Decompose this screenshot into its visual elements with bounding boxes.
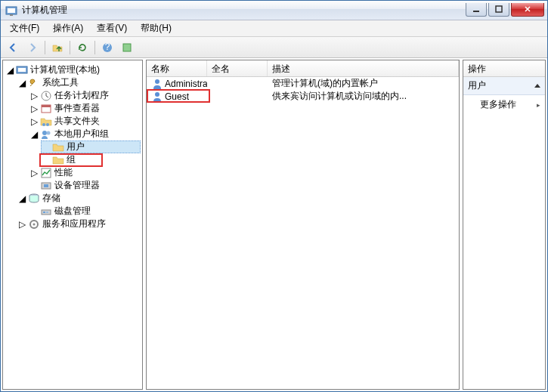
tree-users[interactable]: 用户 <box>41 140 141 153</box>
collapse-icon[interactable]: ◢ <box>6 66 14 74</box>
tree-label: 计算机管理(本地) <box>30 63 100 76</box>
collapse-icon[interactable]: ◢ <box>18 194 26 202</box>
menu-view[interactable]: 查看(V) <box>91 20 133 36</box>
tree-event-viewer[interactable]: ▷事件查看器 <box>29 102 141 115</box>
tree-services-apps[interactable]: ▷服务和应用程序 <box>17 218 141 230</box>
tree-shared-folders[interactable]: ▷共享文件夹 <box>29 115 141 128</box>
svg-rect-12 <box>42 105 51 107</box>
menu-file[interactable]: 文件(F) <box>4 20 45 36</box>
collapse-icon[interactable]: ◢ <box>18 79 26 87</box>
tree-pane[interactable]: ◢ 计算机管理(本地) ◢ 系统工具 ▷任务计划程序 <box>2 60 143 390</box>
forward-button[interactable] <box>23 39 42 56</box>
menu-help[interactable]: 帮助(H) <box>135 20 178 36</box>
users-groups-icon <box>40 128 52 140</box>
title-bar[interactable]: 计算机管理 <box>1 1 547 20</box>
tree-task-scheduler[interactable]: ▷任务计划程序 <box>29 89 141 102</box>
expand-icon[interactable]: ▷ <box>18 220 26 228</box>
svg-text:?: ? <box>105 42 110 52</box>
services-icon <box>28 218 40 230</box>
back-button[interactable] <box>4 39 22 56</box>
tree-disk-management[interactable]: 磁盘管理 <box>29 205 141 218</box>
svg-point-15 <box>42 131 47 135</box>
svg-rect-3 <box>473 11 479 12</box>
expand-icon[interactable]: ▷ <box>30 91 39 100</box>
column-name[interactable]: 名称 <box>147 60 207 76</box>
tree-label: 本地用户和组 <box>54 128 109 140</box>
column-description[interactable]: 描述 <box>268 60 459 76</box>
expand-icon[interactable]: ▷ <box>30 117 39 125</box>
list-pane[interactable]: 名称 全名 描述 Administrat... 管理计算机(域)的内置帐户 Gu… <box>146 60 460 390</box>
user-icon <box>151 91 163 103</box>
tree-label: 任务计划程序 <box>54 89 109 102</box>
performance-icon <box>40 167 52 179</box>
tree-label: 磁盘管理 <box>54 205 91 218</box>
actions-pane: 操作 用户 更多操作 <box>463 60 546 390</box>
user-icon <box>151 78 163 90</box>
minimize-button[interactable] <box>466 3 487 17</box>
tree-groups[interactable]: 组 <box>41 153 141 166</box>
shared-folder-icon <box>40 116 52 128</box>
tree-label: 存储 <box>42 192 60 205</box>
svg-rect-23 <box>46 211 48 213</box>
window-title: 计算机管理 <box>22 4 464 17</box>
window-frame: 计算机管理 文件(F) 操作(A) 查看(V) 帮助(H) ? <box>0 0 548 392</box>
actions-more-label: 更多操作 <box>480 98 516 111</box>
expand-icon[interactable]: ▷ <box>30 104 39 113</box>
folder-icon <box>52 154 64 166</box>
list-row[interactable]: Guest 供来宾访问计算机或访问域的内... <box>147 90 459 103</box>
svg-rect-4 <box>496 6 502 12</box>
tree-label: 组 <box>67 153 76 166</box>
up-button[interactable] <box>48 39 67 56</box>
cell-name: Administrat... <box>165 79 207 89</box>
svg-rect-2 <box>10 14 13 16</box>
collapse-icon <box>534 84 540 88</box>
svg-point-14 <box>46 123 49 126</box>
cell-description: 管理计算机(域)的内置帐户 <box>272 77 378 90</box>
tree-local-users-groups[interactable]: ◢本地用户和组 <box>29 128 141 140</box>
tree-label: 用户 <box>67 140 85 153</box>
svg-rect-22 <box>43 211 45 213</box>
maximize-button[interactable] <box>488 3 509 17</box>
expand-icon[interactable]: ▷ <box>30 168 39 177</box>
tree-storage[interactable]: ◢存储 <box>17 192 141 205</box>
tree-system-tools[interactable]: ◢ 系统工具 <box>17 76 141 89</box>
collapse-icon[interactable]: ◢ <box>30 130 39 138</box>
actions-section-label: 用户 <box>468 79 486 92</box>
svg-rect-1 <box>8 8 15 13</box>
svg-rect-7 <box>123 44 131 51</box>
list-row[interactable]: Administrat... 管理计算机(域)的内置帐户 <box>147 77 459 90</box>
device-icon <box>40 180 52 192</box>
tree-root[interactable]: ◢ 计算机管理(本地) <box>5 63 141 76</box>
toolbar-separator <box>45 41 45 54</box>
svg-rect-19 <box>44 184 48 187</box>
refresh-button[interactable] <box>73 39 91 56</box>
svg-point-13 <box>42 123 45 126</box>
toolbar-separator <box>94 41 95 54</box>
folder-icon <box>52 141 64 153</box>
tree-label: 共享文件夹 <box>54 115 100 128</box>
tools-icon <box>28 77 40 89</box>
actions-title: 操作 <box>463 60 545 77</box>
tree-device-manager[interactable]: 设备管理器 <box>29 179 141 192</box>
console-tree[interactable]: ◢ 计算机管理(本地) ◢ 系统工具 ▷任务计划程序 <box>5 63 141 230</box>
menu-action[interactable]: 操作(A) <box>47 20 89 36</box>
tree-label: 事件查看器 <box>54 102 100 115</box>
cell-description: 供来宾访问计算机或访问域的内... <box>272 90 407 103</box>
svg-point-16 <box>47 131 51 134</box>
tree-label: 系统工具 <box>42 76 79 89</box>
tree-label: 设备管理器 <box>54 179 100 192</box>
tree-label: 性能 <box>54 166 73 179</box>
actions-more[interactable]: 更多操作 <box>463 95 545 114</box>
actions-section-header[interactable]: 用户 <box>463 77 545 95</box>
close-button[interactable] <box>511 3 544 17</box>
tree-label: 服务和应用程序 <box>42 218 106 230</box>
list-header: 名称 全名 描述 <box>147 60 459 77</box>
export-button[interactable] <box>118 39 136 56</box>
svg-point-26 <box>155 79 159 84</box>
list-body[interactable]: Administrat... 管理计算机(域)的内置帐户 Guest 供来宾访问… <box>147 77 459 389</box>
tree-performance[interactable]: ▷性能 <box>29 166 141 179</box>
help-button[interactable]: ? <box>98 39 116 56</box>
svg-point-25 <box>33 223 36 225</box>
column-fullname[interactable]: 全名 <box>207 60 268 76</box>
disk-icon <box>40 205 52 218</box>
